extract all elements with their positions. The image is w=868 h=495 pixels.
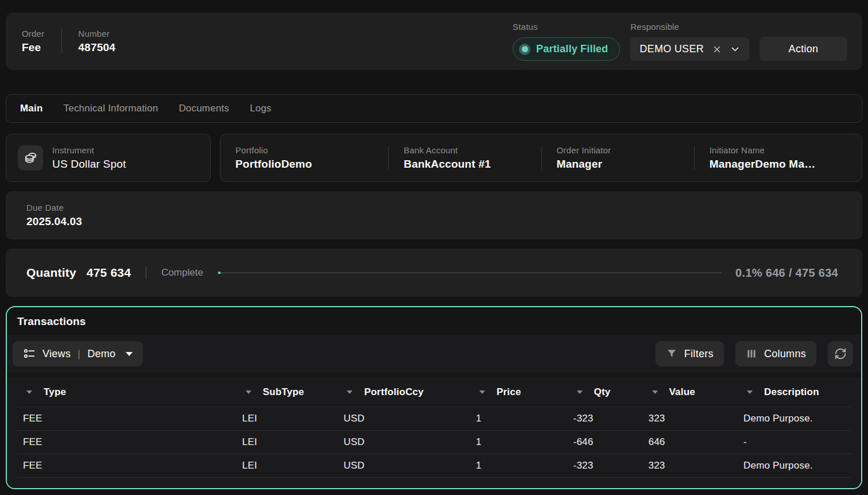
tab-logs[interactable]: Logs [250,103,272,114]
column-label: Price [497,386,521,398]
vertical-divider [694,146,695,169]
selected-view: Demo [87,348,115,360]
table-cell: FEE [17,413,237,424]
clear-icon[interactable] [712,44,722,55]
column-header-value[interactable]: Value [643,386,738,398]
responsible-value: DEMO USER [640,43,704,55]
action-button[interactable]: Action [760,37,847,61]
order-controls: Status Partially Filled Responsible DEMO… [513,22,847,61]
instrument-value: US Dollar Spot [52,158,126,171]
table-cell: USD [338,436,470,448]
order-value: Fee [22,41,44,54]
tab-main[interactable]: Main [20,103,43,114]
order-initiator-value: Manager [557,158,611,171]
order-initiator-label: Order Initiator [557,145,611,155]
status-field: Status Partially Filled [513,22,620,61]
instrument-card: Instrument US Dollar Spot [6,134,211,182]
responsible-select[interactable]: DEMO USER [630,37,749,61]
column-menu-icon[interactable] [479,390,485,394]
columns-icon [746,348,757,359]
status-text: Partially Filled [536,43,608,55]
order-field: Order Fee [15,29,61,54]
column-label: SubType [263,386,304,398]
table-cell: 646 [643,436,738,448]
order-detail-page: Order Fee Number 487504 Status Partially… [0,0,868,495]
column-label: Description [764,386,819,398]
chevron-down-icon[interactable] [730,44,740,54]
table-cell: LEI [237,460,338,471]
number-label: Number [78,29,115,38]
column-menu-icon[interactable] [652,390,658,394]
number-field: Number 487504 [62,29,133,54]
transactions-toolbar: Views | Demo Filters Columns [7,335,861,373]
column-header-portfolioccy[interactable]: PortfolioCcy [338,386,470,398]
column-header-subtype[interactable]: SubType [237,386,338,398]
instrument-field: Instrument US Dollar Spot [52,145,126,171]
table-cell: 1 [470,436,568,448]
table-cell: Demo Purpose. [738,413,851,424]
complete-label: Complete [161,267,203,279]
bank-account-label: Bank Account [404,145,491,155]
bank-account-value: BankAccount #1 [404,158,491,171]
column-menu-icon[interactable] [246,390,251,394]
transactions-table-body: FEELEIUSD1-323323Demo Purpose.FEELEIUSD1… [17,407,851,478]
table-row[interactable]: FEELEIUSD1-323323Demo Purpose. [17,454,851,478]
due-date-card: Due Date 2025.04.03 [6,191,862,239]
table-row[interactable]: FEELEIUSD1-323323Demo Purpose. [17,407,851,431]
order-header-card: Order Fee Number 487504 Status Partially… [6,13,862,70]
table-cell: -323 [568,413,643,424]
due-date-label: Due Date [26,203,842,212]
table-cell: 1 [470,413,568,424]
vertical-divider [541,146,542,169]
column-header-description[interactable]: Description [738,386,851,398]
column-header-qty[interactable]: Qty [568,386,643,398]
filter-icon [666,348,677,359]
order-info-card: Portfolio PortfolioDemo Bank Account Ban… [220,134,862,182]
filters-button[interactable]: Filters [656,341,724,366]
views-select[interactable]: Views | Demo [13,341,143,366]
column-menu-icon[interactable] [747,390,753,394]
responsible-label: Responsible [630,22,749,32]
progress-text: 0.1% 646 / 475 634 [735,266,838,280]
column-label: Value [669,386,695,398]
quantity-value: 475 634 [87,266,131,280]
initiator-name-field: Initiator Name ManagerDemo Ma… [694,145,847,171]
column-label: Qty [594,386,611,398]
column-header-price[interactable]: Price [470,386,568,398]
transactions-title: Transactions [7,307,861,335]
portfolio-value: PortfolioDemo [235,158,312,171]
initiator-name-value: ManagerDemo Ma… [710,158,816,171]
column-menu-icon[interactable] [347,390,352,394]
chevron-down-icon [126,352,133,356]
status-dot-icon [519,44,530,55]
table-cell: FEE [17,436,237,448]
vertical-divider [388,146,389,169]
column-menu-icon[interactable] [577,390,583,394]
filters-label: Filters [684,348,714,360]
transactions-panel: Transactions Views | Demo Filters [6,306,862,489]
table-row[interactable]: FEELEIUSD1-646646- [17,431,851,454]
refresh-button[interactable] [828,341,853,366]
columns-label: Columns [764,348,806,360]
columns-button[interactable]: Columns [735,341,816,366]
table-cell: LEI [237,436,338,448]
table-cell: 323 [643,460,738,471]
transactions-table-header: TypeSubTypePortfolioCcyPriceQtyValueDesc… [17,377,851,407]
table-cell: 323 [643,413,738,424]
portfolio-label: Portfolio [235,145,312,155]
column-label: Type [44,386,66,398]
table-cell: -323 [568,460,643,471]
tab-documents[interactable]: Documents [179,103,229,114]
transactions-table: TypeSubTypePortfolioCcyPriceQtyValueDesc… [7,377,861,488]
order-label: Order [22,29,44,38]
progress-bar [218,272,722,273]
column-header-type[interactable]: Type [17,386,237,398]
bank-account-field: Bank Account BankAccount #1 [388,145,541,171]
status-label: Status [513,22,620,32]
vertical-divider: | [78,348,80,360]
tab-technical-information[interactable]: Technical Information [64,103,158,114]
table-cell: USD [338,460,470,471]
column-menu-icon[interactable] [26,390,32,394]
instrument-label: Instrument [52,145,126,155]
initiator-name-label: Initiator Name [710,145,816,155]
